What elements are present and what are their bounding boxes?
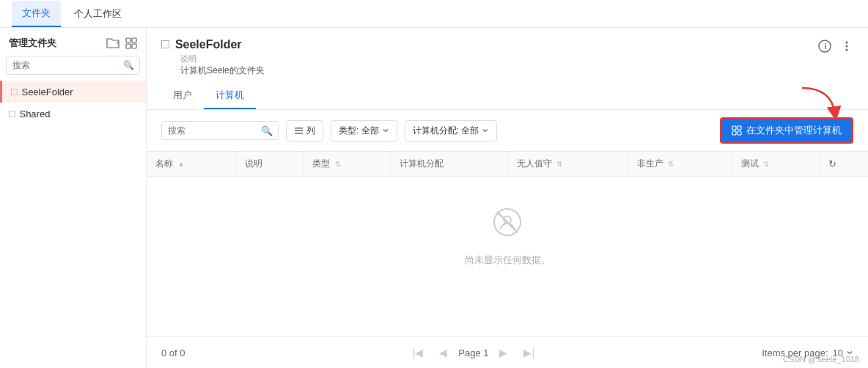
sidebar-title: 管理文件夹 [9,37,56,50]
tab-workspace[interactable]: 个人工作区 [64,1,132,26]
content-subtitle-value: 计算机Seele的文件夹 [161,65,265,77]
col-nonprod: 非生产 ⇅ [628,152,732,177]
folder-icon-shared: □ [9,108,15,119]
new-folder-icon[interactable]: + [106,37,119,49]
sidebar-search-container: 🔍 [6,56,140,75]
sidebar-header: 管理文件夹 + [0,37,146,56]
svg-rect-16 [732,131,736,135]
view-list-icon [294,126,304,136]
content-tabs: 用户 计算机 [161,83,853,109]
content-folder-name-row: □ SeeleFolder [161,37,265,52]
table-header-row: 名称 ▲ 说明 类型 ⇅ 计算机分配 [147,152,868,177]
more-options-button[interactable] [840,40,853,53]
grid-view-icon[interactable] [125,37,137,49]
col-test-sort[interactable]: ⇅ [763,160,769,168]
refresh-icon[interactable]: ↻ [828,158,836,169]
info-button[interactable]: i [818,40,831,53]
svg-rect-3 [126,44,130,48]
col-unattended: 无人值守 ⇅ [508,152,628,177]
col-refresh: ↻ [819,152,868,177]
col-desc: 说明 [236,152,304,177]
col-assign-label: 计算机分配 [400,158,444,169]
folder-icon-seele: □ [11,86,17,97]
pagination-controls: |◀ ◀ Page 1 ▶ ▶| [408,345,540,361]
manage-computers-label: 在文件夹中管理计算机 [746,124,842,137]
page-first-button[interactable]: |◀ [408,345,429,361]
tab-files[interactable]: 文件夹 [12,1,61,27]
content-title-actions: i [818,37,853,53]
pagination: 0 of 0 |◀ ◀ Page 1 ▶ ▶| Items per page: … [147,336,868,368]
page-label: Page 1 [458,347,488,358]
empty-state-text: 尚未显示任何数据。 [465,254,551,267]
sidebar-actions: + [106,37,137,49]
col-type-sort[interactable]: ⇅ [335,160,341,168]
col-nonprod-sort[interactable]: ⇅ [668,160,674,168]
computers-table: 名称 ▲ 说明 类型 ⇅ 计算机分配 [147,152,868,177]
col-type-label: 类型 [312,158,330,169]
type-filter-label: 类型: 全部 [339,125,379,137]
view-list-label: 列 [306,125,315,137]
col-test-label: 测试 [741,158,759,169]
col-name-sort[interactable]: ▲ [177,160,185,168]
sidebar-search-input[interactable] [6,56,140,75]
sidebar-search-icon: 🔍 [123,60,134,70]
toolbar-search-container: 🔍 [161,121,279,140]
content-area: □ SeeleFolder 说明 计算机Seele的文件夹 i [147,28,868,368]
content-header: □ SeeleFolder 说明 计算机Seele的文件夹 i [147,28,868,110]
view-list-button[interactable]: 列 [286,120,323,141]
sidebar: 管理文件夹 + [0,28,147,368]
col-name: 名称 ▲ [147,152,236,177]
table-container: 名称 ▲ 说明 类型 ⇅ 计算机分配 [147,152,868,336]
empty-state-icon [491,206,523,245]
svg-rect-11 [295,130,303,131]
main-layout: 管理文件夹 + [0,28,868,368]
sidebar-item-shared[interactable]: □ Shared [0,103,146,125]
content-folder-icon: □ [161,37,169,52]
computer-filter-chevron [482,127,489,134]
tab-user[interactable]: 用户 [161,83,204,109]
col-type: 类型 ⇅ [304,152,391,177]
svg-rect-17 [738,131,741,135]
svg-rect-14 [732,126,736,130]
col-unattended-sort[interactable]: ⇅ [556,160,562,168]
col-unattended-label: 无人值守 [517,158,552,169]
svg-point-9 [846,49,848,51]
svg-rect-10 [295,128,303,129]
content-folder-name: SeeleFolder [175,38,242,51]
svg-rect-2 [132,38,136,43]
svg-rect-12 [295,133,303,134]
computer-filter[interactable]: 计算机分配: 全部 [405,120,498,141]
svg-rect-4 [132,44,136,48]
manage-button-container: 在文件夹中管理计算机 [720,117,853,144]
col-name-label: 名称 [155,158,173,169]
type-filter-chevron [382,127,389,134]
svg-rect-15 [738,126,741,130]
type-filter[interactable]: 类型: 全部 [331,120,397,141]
toolbar: 🔍 列 类型: 全部 计算机分配: 全部 [147,110,868,152]
manage-computers-button[interactable]: 在文件夹中管理计算机 [720,117,853,144]
manage-computers-icon [732,125,742,136]
computer-filter-label: 计算机分配: 全部 [413,125,479,137]
col-desc-label: 说明 [245,158,262,169]
col-nonprod-label: 非生产 [637,158,663,169]
svg-point-8 [846,45,848,48]
tab-computer[interactable]: 计算机 [204,83,256,109]
content-title-left: □ SeeleFolder 说明 计算机Seele的文件夹 [161,37,265,77]
svg-point-7 [846,42,848,44]
page-prev-button[interactable]: ◀ [434,345,452,361]
pagination-count: 0 of 0 [161,347,185,358]
content-subtitle-label: 说明 [161,54,265,65]
svg-text:i: i [825,43,827,51]
page-last-button[interactable]: ▶| [518,345,540,361]
svg-rect-1 [126,38,130,43]
empty-state: 尚未显示任何数据。 [147,177,868,296]
svg-text:+: + [116,40,119,46]
top-navigation: 文件夹 个人工作区 [0,0,868,28]
content-title-row: □ SeeleFolder 说明 计算机Seele的文件夹 i [161,37,853,77]
toolbar-search-icon: 🔍 [261,125,273,136]
page-next-button[interactable]: ▶ [494,345,512,361]
sidebar-item-seele[interactable]: □ SeeleFolder [0,81,146,103]
watermark: CSDN @Seele_1018 [783,355,859,364]
col-assign: 计算机分配 [391,152,508,177]
sidebar-item-shared-label: Shared [19,108,50,119]
